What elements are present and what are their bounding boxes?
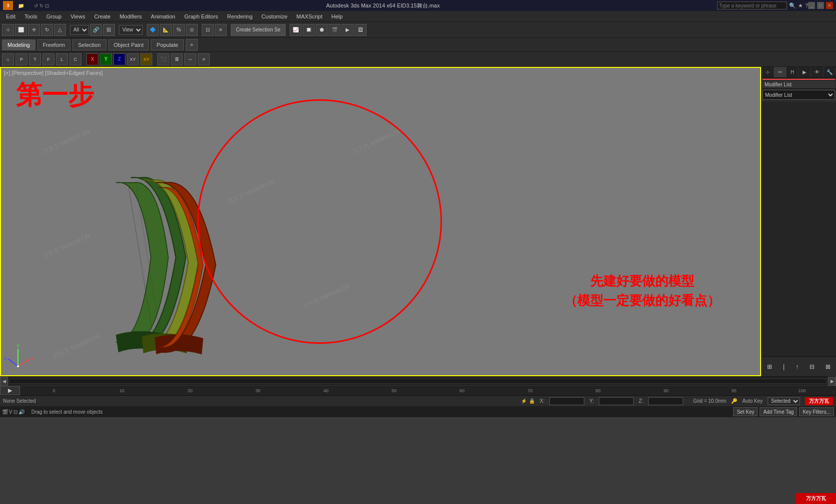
bottom-icon-3[interactable]: ⊡ bbox=[13, 409, 17, 415]
xform-btn[interactable]: ↔ bbox=[184, 53, 196, 65]
key-filters-btn[interactable]: Key Filters... bbox=[799, 407, 834, 416]
angle-snap-btn[interactable]: 📐 bbox=[160, 24, 172, 36]
viewport[interactable]: [+] [Perspective] [Shaded+Edged Faces] 第… bbox=[0, 67, 761, 376]
axis-z-btn[interactable]: Z bbox=[113, 53, 125, 65]
filter-dropdown[interactable]: All bbox=[70, 25, 89, 35]
menu-animation[interactable]: Animation bbox=[147, 12, 179, 20]
rp-icon-hierarchy[interactable]: H bbox=[787, 67, 799, 77]
tab-more-btn[interactable]: » bbox=[186, 39, 198, 51]
axis-x-btn[interactable]: X bbox=[86, 53, 98, 65]
bottom-icon-1[interactable]: 🎬 bbox=[2, 409, 8, 415]
scroll-right-btn[interactable]: ▶ bbox=[828, 377, 836, 386]
coord-y-input[interactable] bbox=[599, 397, 634, 405]
link-btn[interactable]: 🔗 bbox=[90, 24, 102, 36]
window-controls[interactable]: _ □ ✕ bbox=[808, 2, 833, 9]
scroll-track[interactable] bbox=[9, 379, 827, 384]
statusbar: None Selected ⚡ 🔒 X: Y: Z: Grid = 10.0mm… bbox=[0, 395, 836, 406]
rp-bottom-icon5[interactable]: ⊠ bbox=[826, 363, 831, 370]
menu-maxscript[interactable]: MAXScript bbox=[293, 12, 327, 20]
align-btn[interactable]: ≡ bbox=[215, 24, 227, 36]
selected-dropdown[interactable]: Selected bbox=[768, 397, 800, 405]
rp-icon-utilities[interactable]: 🔧 bbox=[824, 67, 836, 77]
persp-btn[interactable]: P bbox=[15, 53, 27, 65]
viewport-nav: X Y Z bbox=[3, 341, 33, 371]
rotate-btn[interactable]: ↻ bbox=[41, 24, 53, 36]
material-editor-btn[interactable]: ⬟ bbox=[316, 24, 328, 36]
render-btn[interactable]: ▶ bbox=[342, 24, 354, 36]
scroll-left-btn[interactable]: ◀ bbox=[0, 377, 8, 386]
tl-20: 20 bbox=[156, 388, 224, 393]
rp-bottom-icon1[interactable]: ⊞ bbox=[767, 363, 772, 370]
bottom-icon-4[interactable]: 🔊 bbox=[18, 409, 24, 415]
rp-icon-display[interactable]: 👁 bbox=[811, 67, 824, 77]
select-region-btn[interactable]: ⬜ bbox=[15, 24, 27, 36]
modifier-list-dropdown[interactable]: Modifier List bbox=[763, 90, 835, 100]
curve-editor-btn[interactable]: 📈 bbox=[290, 24, 302, 36]
menu-edit[interactable]: Edit bbox=[2, 12, 19, 20]
axis-xy-btn[interactable]: XY bbox=[127, 53, 139, 65]
tl-40: 40 bbox=[292, 388, 360, 393]
rp-icon-motion[interactable]: ▶ bbox=[799, 67, 811, 77]
maximize-btn[interactable]: □ bbox=[817, 2, 824, 9]
move-btn[interactable]: ✛ bbox=[28, 24, 40, 36]
close-btn[interactable]: ✕ bbox=[826, 2, 833, 9]
tab-modeling[interactable]: Modeling bbox=[2, 39, 35, 50]
front-btn[interactable]: F bbox=[42, 53, 54, 65]
search-input[interactable] bbox=[717, 1, 787, 9]
status-icon-1[interactable]: ⚡ bbox=[521, 398, 527, 404]
coord-x-input[interactable] bbox=[549, 397, 584, 405]
search-icon[interactable]: 🔍 bbox=[789, 2, 796, 9]
menu-group[interactable]: Group bbox=[42, 12, 66, 20]
mirror-btn[interactable]: ⊡ bbox=[202, 24, 214, 36]
coord-z-input[interactable] bbox=[648, 397, 683, 405]
home-btn[interactable]: ⌂ bbox=[2, 53, 14, 65]
rp-bottom-icon3[interactable]: ↑ bbox=[796, 363, 799, 370]
menu-tools[interactable]: Tools bbox=[20, 12, 41, 20]
timeline-play-btn[interactable]: ▶ bbox=[0, 386, 20, 395]
rp-icon-create[interactable]: ⊹ bbox=[762, 67, 774, 77]
camera-btn[interactable]: C bbox=[69, 53, 81, 65]
axis-y-btn[interactable]: Y bbox=[100, 53, 112, 65]
add-time-tag-btn[interactable]: Add Time Tag bbox=[760, 407, 797, 416]
rp-bottom-icon2[interactable]: | bbox=[783, 363, 785, 370]
tab-object-paint[interactable]: Object Paint bbox=[108, 39, 149, 50]
spinner-snap-btn[interactable]: ⊙ bbox=[186, 24, 198, 36]
menu-modifiers[interactable]: Modifiers bbox=[115, 12, 146, 20]
top-btn[interactable]: T bbox=[29, 53, 41, 65]
menu-customize[interactable]: Customize bbox=[258, 12, 292, 20]
snap-btn[interactable]: 🔷 bbox=[147, 24, 159, 36]
render-frame-btn[interactable]: 🖼 bbox=[355, 24, 367, 36]
tab-freeform[interactable]: Freeform bbox=[37, 39, 71, 50]
menu-views[interactable]: Views bbox=[66, 12, 89, 20]
menu-graph-editors[interactable]: Graph Editors bbox=[180, 12, 222, 20]
left-btn[interactable]: L bbox=[56, 53, 68, 65]
svg-point-8 bbox=[17, 365, 19, 367]
menu-help[interactable]: Help bbox=[328, 12, 347, 20]
percent-snap-btn[interactable]: % bbox=[173, 24, 185, 36]
tab-selection[interactable]: Selection bbox=[72, 39, 106, 50]
view-dropdown[interactable]: View bbox=[119, 25, 143, 35]
unlink-btn[interactable]: ⛓ bbox=[103, 24, 115, 36]
create-selection-btn[interactable]: Create Selection Se bbox=[231, 24, 286, 36]
menu-create[interactable]: Create bbox=[90, 12, 114, 20]
tab-populate[interactable]: Populate bbox=[151, 39, 183, 50]
stats-btn[interactable]: ≣ bbox=[171, 53, 183, 65]
bottom-icon-2[interactable]: V bbox=[9, 409, 12, 415]
menu-file-icon[interactable]: 📁 bbox=[18, 3, 24, 8]
schematic-btn[interactable]: 🔲 bbox=[303, 24, 315, 36]
render-setup-btn[interactable]: 🎬 bbox=[329, 24, 341, 36]
3d-model bbox=[101, 158, 251, 368]
minimize-btn[interactable]: _ bbox=[808, 2, 815, 9]
menu-rendering[interactable]: Rendering bbox=[223, 12, 257, 20]
status-icon-2[interactable]: 🔒 bbox=[529, 398, 535, 404]
tl-70: 70 bbox=[496, 388, 564, 393]
rp-bottom-icon4[interactable]: ⊟ bbox=[810, 363, 815, 370]
select-btn[interactable]: ⊹ bbox=[2, 24, 14, 36]
axis-yz-btn[interactable]: XY bbox=[140, 53, 152, 65]
scale-btn[interactable]: △ bbox=[54, 24, 66, 36]
rp-icon-modify[interactable]: ✏ bbox=[774, 67, 787, 77]
more-btn[interactable]: » bbox=[198, 53, 210, 65]
view-cube-btn[interactable]: ⬛ bbox=[157, 53, 169, 65]
set-key-btn[interactable]: Set Key bbox=[733, 407, 758, 416]
star-icon[interactable]: ★ bbox=[798, 2, 803, 9]
